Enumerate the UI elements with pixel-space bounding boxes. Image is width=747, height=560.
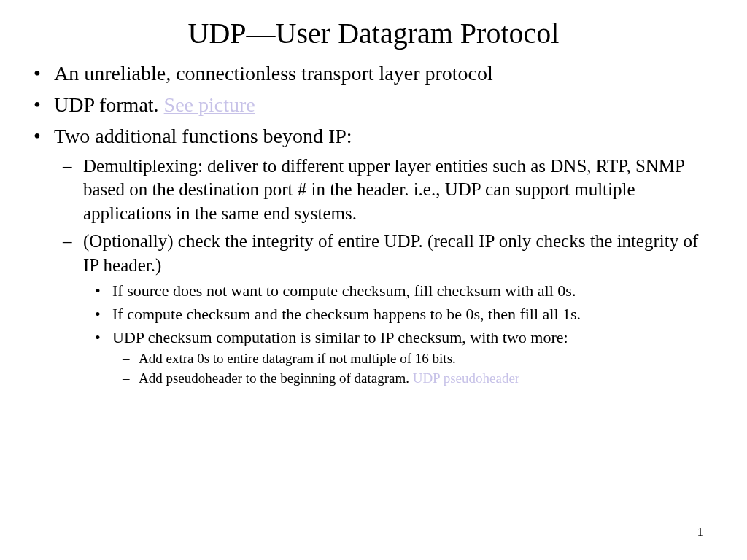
bullet-item: UDP format. See picture (29, 92, 718, 119)
page-number: 1 (697, 525, 704, 540)
slide-container: UDP—User Datagram Protocol An unreliable… (0, 0, 747, 388)
bullet-list-level4: Add extra 0s to entire datagram if not m… (112, 349, 718, 387)
bullet-text: UDP format. (54, 93, 164, 116)
bullet-text: If source does not want to compute check… (112, 281, 576, 300)
bullet-list-level1: An unreliable, connectionless transport … (29, 61, 718, 388)
bullet-text: (Optionally) check the integrity of enti… (83, 231, 698, 275)
bullet-item: If source does not want to compute check… (83, 280, 718, 301)
bullet-text: Demultiplexing: deliver to different upp… (83, 156, 684, 223)
bullet-item: Demultiplexing: deliver to different upp… (54, 155, 718, 226)
bullet-item: UDP checksum computation is similar to I… (83, 327, 718, 387)
bullet-text: Add extra 0s to entire datagram if not m… (139, 351, 456, 366)
bullet-text: Add pseudoheader to the beginning of dat… (139, 370, 413, 386)
bullet-item: (Optionally) check the integrity of enti… (54, 230, 718, 387)
slide-title: UDP—User Datagram Protocol (29, 16, 718, 50)
bullet-text: UDP checksum computation is similar to I… (112, 328, 568, 346)
bullet-text: Two additional functions beyond IP: (54, 125, 352, 147)
see-picture-link[interactable]: See picture (164, 93, 255, 116)
bullet-text: If compute checksum and the checksum hap… (112, 305, 581, 323)
bullet-item: Add pseudoheader to the beginning of dat… (112, 369, 718, 388)
pseudoheader-link[interactable]: UDP pseudoheader (413, 370, 520, 386)
bullet-item: Add extra 0s to entire datagram if not m… (112, 349, 718, 368)
bullet-item: An unreliable, connectionless transport … (29, 61, 718, 88)
bullet-list-level3: If source does not want to compute check… (83, 280, 718, 387)
bullet-item: If compute checksum and the checksum hap… (83, 303, 718, 324)
bullet-list-level2: Demultiplexing: deliver to different upp… (54, 155, 718, 388)
bullet-item: Two additional functions beyond IP: Demu… (29, 123, 718, 388)
bullet-text: An unreliable, connectionless transport … (54, 62, 493, 85)
